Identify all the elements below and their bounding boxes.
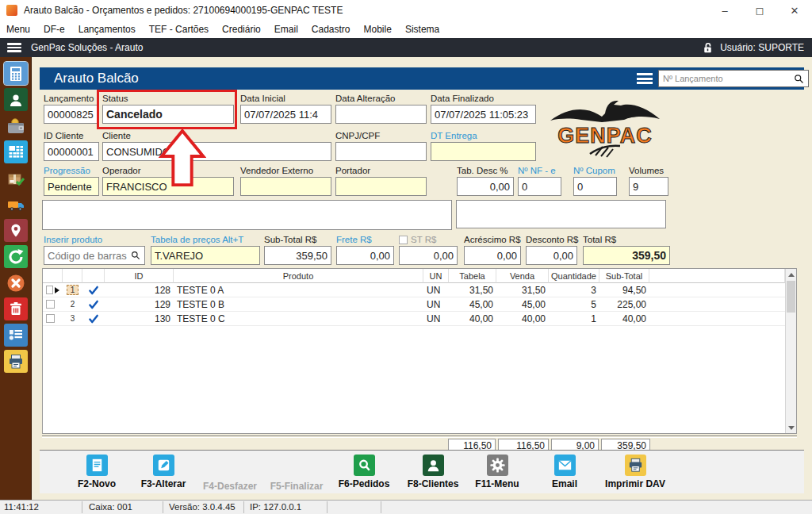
menu-item-email[interactable]: Email [274,24,298,35]
st-checkbox[interactable] [399,236,408,244]
data-finalizado-field[interactable]: 07/07/2025 11:05:23 [431,105,536,124]
report-icon[interactable] [4,324,28,347]
f2-novo-button[interactable]: F2-Novo [65,455,128,489]
data-finalizado-label: Data Finalizado [431,94,536,103]
menu-item-sistema[interactable]: Sistema [405,24,439,35]
operador-field[interactable]: FRANCISCO [102,177,234,196]
barcode-input[interactable]: Código de barras [44,246,145,265]
orders-search-icon [354,455,375,476]
menu-item-dfe[interactable]: DF-e [44,24,65,35]
app-icon [6,5,17,16]
hamburger-icon[interactable] [7,43,21,52]
lock-icon [701,41,714,55]
col-venda[interactable]: Venda [496,269,549,283]
row-number: 1 [63,283,82,297]
cell-venda: 40,00 [496,312,549,326]
imprimir-dav-button[interactable]: Imprimir DAV [599,455,671,489]
col-filler [649,269,785,283]
col-quantidade[interactable]: Quantidade [549,269,599,283]
cell-produto: TESTE 0 A [174,283,423,297]
observation-field-1[interactable] [42,200,452,230]
col-subtotal[interactable]: Sub-Total [599,269,649,283]
nf-e-field[interactable]: 0 [518,177,561,196]
portador-label: Portador [335,166,427,175]
cancel-icon[interactable] [4,271,28,294]
menu-item-tef-cartoes[interactable]: TEF - Cartões [149,24,209,35]
col-id[interactable]: ID [105,269,174,283]
dt-entrega-field[interactable] [431,142,536,161]
f5-finalizar-button: F5-Finalizar [261,455,332,492]
f6-pedidos-button[interactable]: F6-Pedidos [332,455,396,489]
data-inicial-field[interactable]: 07/07/2025 11:4 [240,105,331,124]
calendar-icon[interactable] [4,140,28,163]
lancamento-field[interactable]: 00000825 [44,105,99,124]
f11-menu-button[interactable]: F11-Menu [465,455,529,489]
vendedor-externo-field[interactable] [240,177,331,196]
maximize-button[interactable]: ◻ [742,0,777,21]
row-check-icon [82,312,105,326]
frete-field[interactable]: 0,00 [336,246,394,265]
col-un[interactable]: UN [423,269,449,283]
desconto-field[interactable]: 0,00 [526,246,577,265]
close-button[interactable]: ✕ [777,0,812,21]
st-field[interactable]: 0,00 [399,246,458,265]
menu-item-menu[interactable]: Menu [6,24,30,35]
nf-e-label: Nº NF - e [518,166,561,175]
printer-icon[interactable] [4,350,28,373]
wallet-icon[interactable] [4,114,28,137]
acrescimo-field[interactable]: 0,00 [464,246,521,265]
col-tabela[interactable]: Tabela [449,269,496,283]
menu-item-cadastro[interactable]: Cadastro [312,24,350,35]
page-menu-icon[interactable] [637,73,653,84]
calculator-icon[interactable] [4,62,28,85]
cell-produto: TESTE 0 C [174,312,423,326]
scroll-thumb[interactable] [787,281,795,313]
cnpj-cpf-field[interactable] [335,142,427,161]
brand-text: GenPac Soluções - Arauto [31,42,143,53]
main-panel: Arauto Balcão Nº Lançamento Lançamento 0… [32,57,812,500]
row-checkbox[interactable] [43,283,63,297]
id-cliente-field[interactable]: 00000001 [44,142,99,161]
status-field[interactable]: Cancelado [102,105,234,124]
package-icon[interactable] [4,167,28,190]
row-checkbox[interactable] [43,297,63,312]
desconto-label: Desconto R$ [526,235,577,244]
cliente-field[interactable]: CONSUMIDOR [102,142,331,161]
menu-item-lancamentos[interactable]: Lançamentos [79,24,136,35]
customer-icon[interactable] [4,88,28,111]
email-button[interactable]: Email [541,455,588,489]
sub-total-field[interactable]: 359,50 [264,246,331,265]
progressao-field[interactable]: Pendente [44,177,99,196]
cell-venda: 45,00 [496,297,549,312]
status-label: Status [102,94,234,103]
scroll-up-icon[interactable] [786,269,797,280]
genpac-logo: GENPAC [546,94,665,163]
lancamento-search-input[interactable]: Nº Lançamento [658,70,809,87]
row-checkbox[interactable] [43,312,63,326]
col-produto[interactable]: Produto [174,269,423,283]
truck-icon[interactable] [4,193,28,216]
trash-icon[interactable] [4,297,28,320]
minimize-button[interactable]: – [707,0,742,21]
table-scrollbar[interactable] [785,269,796,433]
map-pin-icon[interactable] [4,219,28,242]
observation-field-2[interactable] [456,200,666,228]
tab-desc-field[interactable]: 0,00 [457,177,514,196]
f8-clientes-button[interactable]: F8-Clientes [401,455,465,489]
f3-alterar-button[interactable]: F3-Alterar [132,455,195,489]
refresh-icon[interactable] [4,245,28,268]
cupom-field[interactable]: 0 [573,177,617,196]
scroll-down-icon[interactable] [786,422,797,433]
menu-item-mobile[interactable]: Mobile [364,24,392,35]
search-icon[interactable] [793,73,805,85]
barcode-search-icon[interactable] [130,250,141,261]
cliente-label: Cliente [102,131,331,140]
tabela-precos-field[interactable]: T.VAREJO [151,246,260,265]
total-field[interactable]: 359,50 [583,246,670,265]
data-alteracao-field[interactable] [335,105,427,124]
volumes-field[interactable]: 9 [629,177,668,196]
status-ip: IP: 127.0.0.1 [250,502,301,512]
status-time: 11:41:12 [4,502,39,512]
portador-field[interactable] [335,177,427,196]
menu-item-crediario[interactable]: Crediário [222,24,261,35]
